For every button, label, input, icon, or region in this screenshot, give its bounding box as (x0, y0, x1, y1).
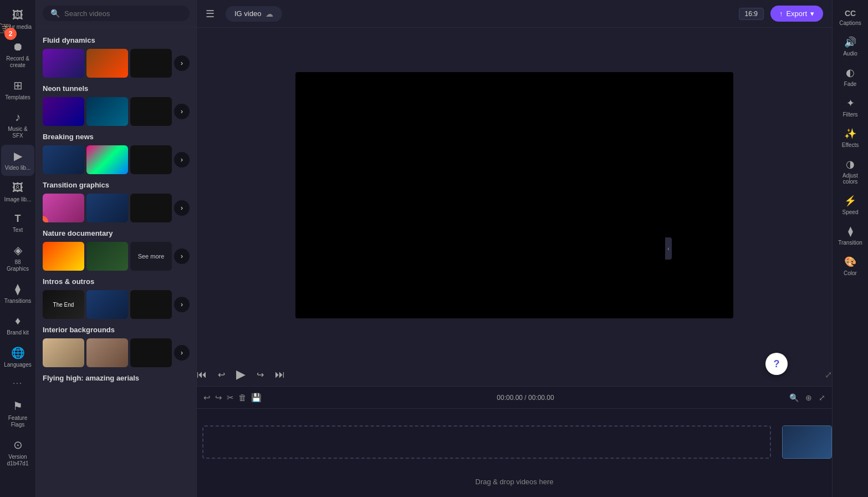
sidebar-item-brand[interactable]: ♦ Brand kit (1, 310, 34, 341)
project-tab[interactable]: IG video ☁ (226, 6, 282, 22)
category-thumbs: › (43, 145, 190, 174)
video-lib-icon: ▶ (14, 149, 22, 163)
hamburger-menu[interactable]: ☰ (206, 8, 215, 20)
sidebar-item-languages[interactable]: 🌐 Languages (1, 342, 34, 373)
adjust-colors-icon: ◑ (846, 158, 855, 170)
right-item-adjust-colors[interactable]: ◑ Adjust colors (834, 154, 867, 189)
sidebar-item-version[interactable]: ⊙ Version d1b47d1 (1, 434, 34, 471)
thumb-1[interactable] (43, 49, 84, 78)
export-button[interactable]: ↑ Export ▾ (770, 6, 823, 22)
thumb-3[interactable] (130, 338, 172, 367)
category-transition-graphics: Transition graphics ☞ 1 › (36, 176, 196, 225)
category-arrow[interactable]: › (174, 345, 190, 361)
category-thumbs: See more ☞ 2 › (43, 242, 190, 271)
thumb-3[interactable] (130, 194, 172, 222)
right-item-filters[interactable]: ✦ Filters (834, 93, 867, 122)
rewind-button[interactable]: ⏮ (197, 369, 207, 381)
thumb-2[interactable] (86, 49, 128, 78)
search-input[interactable] (64, 9, 182, 18)
fit-button[interactable]: ⤢ (819, 393, 825, 402)
undo-button[interactable]: ↩ (203, 393, 211, 403)
redo-button[interactable]: ↪ (215, 393, 222, 403)
thumb-1[interactable] (43, 338, 84, 367)
color-icon: 🎨 (844, 256, 856, 268)
thumb-2[interactable] (86, 194, 128, 222)
sidebar-item-feature-flags[interactable]: ⚑ Feature Flags (1, 395, 34, 433)
category-title: Interior backgrounds (43, 326, 190, 334)
thumb-1[interactable] (43, 145, 84, 174)
sidebar-item-transitions[interactable]: ⧫ Transitions (1, 278, 34, 309)
sidebar-item-graphics[interactable]: ◈ 88 Graphics (1, 239, 34, 277)
right-panel: CC Captions 🔊 Audio ◐ Fade ✦ Filters ✨ E… (832, 0, 868, 497)
image-lib-icon: 🖼 (12, 181, 23, 194)
category-arrow[interactable]: › (174, 104, 190, 119)
export-chevron-icon: ▾ (810, 9, 814, 18)
languages-icon: 🌐 (11, 346, 25, 359)
zoom-in-button[interactable]: ⊕ (805, 393, 812, 402)
sidebar-item-record[interactable]: ⏺ Record & create (1, 36, 34, 73)
thumb-1[interactable]: ☞ 1 (43, 194, 84, 222)
category-arrow[interactable]: › (174, 200, 190, 216)
drop-zone[interactable] (202, 425, 771, 459)
thumb-3[interactable] (130, 49, 172, 78)
expand-button[interactable]: ⤢ (825, 369, 832, 380)
right-item-effects[interactable]: ✨ Effects (834, 123, 867, 153)
timeline-content: Drag & drop videos here (197, 409, 832, 497)
clip-thumbnail (783, 426, 831, 458)
help-button[interactable]: ? (765, 353, 788, 375)
thumb-1[interactable] (43, 97, 84, 126)
right-item-fade[interactable]: ◐ Fade (834, 62, 867, 92)
category-arrow[interactable]: › (174, 55, 190, 71)
ratio-container: 16:9 (739, 8, 764, 20)
more-icon: ··· (13, 378, 23, 387)
see-more-thumb[interactable]: See more ☞ 2 (130, 242, 172, 271)
video-library-panel: 🔍 Fluid dynamics › Neon tunnels › (36, 0, 197, 497)
cloud-icon: ☁ (265, 9, 273, 18)
thumb-3[interactable] (130, 290, 172, 319)
preview-area (197, 28, 832, 363)
thumb-2[interactable] (86, 290, 128, 319)
sidebar-item-your-media[interactable]: 🖼 Your media (1, 4, 34, 35)
collapse-panel-button[interactable]: ‹ (665, 237, 672, 260)
thumb-2[interactable] (86, 97, 128, 126)
skip-forward-button[interactable]: ⏭ (275, 369, 285, 381)
back-frame-button[interactable]: ↩ (218, 369, 225, 380)
video-clip[interactable] (782, 425, 832, 459)
sidebar-item-templates[interactable]: ⊞ Templates (1, 74, 34, 105)
category-title: Nature documentary (43, 229, 190, 237)
thumb-1[interactable]: The End (43, 290, 84, 319)
sidebar-item-video-lib[interactable]: ▶ Video lib... (1, 145, 34, 176)
thumb-2[interactable] (86, 338, 128, 367)
category-title: Neon tunnels (43, 84, 190, 93)
category-arrow[interactable]: › (174, 152, 190, 168)
thumb-2[interactable] (86, 145, 128, 174)
thumb-3[interactable] (130, 145, 172, 174)
category-arrow[interactable]: › (174, 297, 190, 312)
thumb-1[interactable] (43, 242, 84, 271)
timeline-section: ↩ ↪ ✂ 🗑 💾 00:00.00 / 00:00.00 🔍 ⊕ ⤢ Drag… (197, 386, 832, 497)
thumb-3[interactable] (130, 97, 172, 126)
right-item-audio[interactable]: 🔊 Audio (834, 32, 867, 61)
export-label: Export (786, 9, 807, 18)
category-title: Intros & outros (43, 277, 190, 286)
right-item-color[interactable]: 🎨 Color (834, 251, 867, 281)
sidebar-item-text[interactable]: T Text (1, 209, 34, 238)
delete-button[interactable]: 🗑 (238, 393, 247, 402)
right-item-speed[interactable]: ⚡ Speed (834, 190, 867, 220)
sidebar-item-image-lib[interactable]: 🖼 Image lib... (1, 177, 34, 207)
play-button[interactable]: ▶ (236, 367, 246, 382)
right-item-captions[interactable]: CC Captions (834, 4, 867, 31)
category-arrow[interactable]: › (174, 248, 190, 264)
thumb-2[interactable] (86, 242, 128, 271)
forward-frame-button[interactable]: ↪ (257, 369, 264, 380)
ratio-badge[interactable]: 16:9 (739, 8, 764, 20)
category-title: Flying high: amazing aerials (43, 374, 190, 382)
right-item-transition[interactable]: ⧫ Transition (834, 221, 867, 250)
save-button[interactable]: 💾 (251, 393, 262, 403)
cut-button[interactable]: ✂ (227, 393, 234, 403)
search-box[interactable]: 🔍 (43, 6, 190, 21)
sidebar-item-more[interactable]: ··· (1, 374, 34, 394)
sidebar-item-music[interactable]: ♪ Music & SFX (1, 106, 34, 144)
zoom-out-button[interactable]: 🔍 (789, 393, 799, 402)
cursor-hand-icon: ☞ (43, 205, 44, 222)
